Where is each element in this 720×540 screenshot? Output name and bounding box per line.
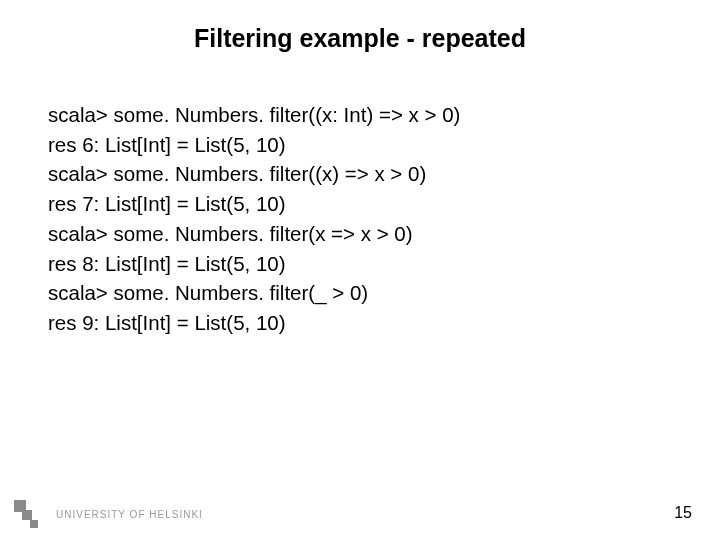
code-line: res 6: List[Int] = List(5, 10) xyxy=(48,130,672,160)
code-line: res 8: List[Int] = List(5, 10) xyxy=(48,249,672,279)
code-line: res 9: List[Int] = List(5, 10) xyxy=(48,308,672,338)
code-block: scala> some. Numbers. filter((x: Int) =>… xyxy=(48,100,672,338)
page-number: 15 xyxy=(674,504,692,522)
code-line: scala> some. Numbers. filter((x: Int) =>… xyxy=(48,100,672,130)
code-line: res 7: List[Int] = List(5, 10) xyxy=(48,189,672,219)
footer-org-text: University of Helsinki xyxy=(56,509,203,520)
slide-title: Filtering example - repeated xyxy=(0,24,720,53)
code-line: scala> some. Numbers. filter((x) => x > … xyxy=(48,159,672,189)
code-line: scala> some. Numbers. filter(_ > 0) xyxy=(48,278,672,308)
footer-logo: University of Helsinki xyxy=(14,498,203,530)
university-logo-icon xyxy=(14,498,46,530)
slide: Filtering example - repeated scala> some… xyxy=(0,0,720,540)
code-line: scala> some. Numbers. filter(x => x > 0) xyxy=(48,219,672,249)
